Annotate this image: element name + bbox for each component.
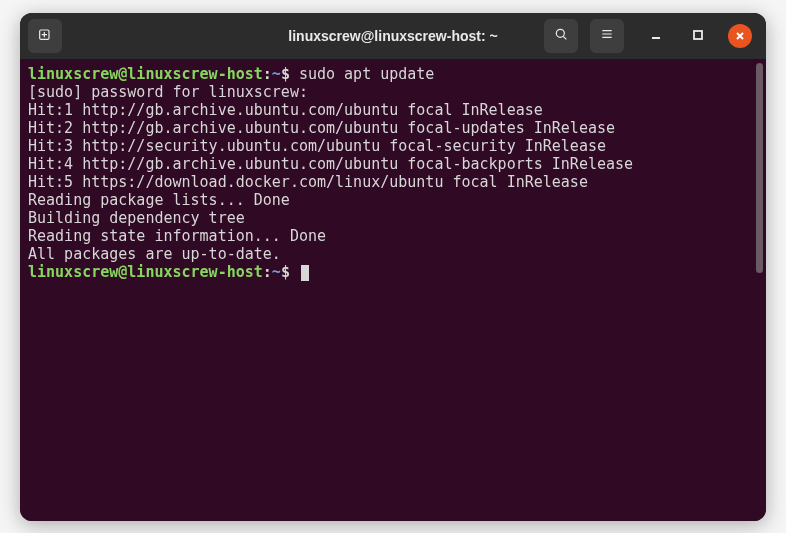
titlebar-left (28, 19, 62, 53)
output-line: Hit:1 http://gb.archive.ubuntu.com/ubunt… (28, 101, 758, 119)
cursor (301, 265, 309, 281)
prompt-user: linuxscrew@linuxscrew-host (28, 65, 263, 83)
titlebar: linuxscrew@linuxscrew-host: ~ (20, 13, 766, 59)
minimize-button[interactable] (644, 24, 668, 48)
command-1: sudo apt update (299, 65, 434, 83)
titlebar-right (544, 19, 758, 53)
output-line: Reading state information... Done (28, 227, 758, 245)
output-line: Hit:4 http://gb.archive.ubuntu.com/ubunt… (28, 155, 758, 173)
search-icon (553, 26, 569, 46)
output-line: Building dependency tree (28, 209, 758, 227)
prompt-line-1: linuxscrew@linuxscrew-host:~$ sudo apt u… (28, 65, 758, 83)
new-tab-icon (37, 26, 53, 46)
output-line: Hit:2 http://gb.archive.ubuntu.com/ubunt… (28, 119, 758, 137)
maximize-icon (692, 27, 704, 45)
prompt-symbol: $ (281, 65, 290, 83)
prompt-symbol: $ (281, 263, 290, 281)
svg-line-4 (563, 36, 566, 39)
prompt-path: ~ (272, 65, 281, 83)
output-line: Hit:3 http://security.ubuntu.com/ubuntu … (28, 137, 758, 155)
svg-point-3 (556, 29, 564, 37)
terminal-window: linuxscrew@linuxscrew-host: ~ (20, 13, 766, 521)
menu-button[interactable] (590, 19, 624, 53)
terminal-body[interactable]: linuxscrew@linuxscrew-host:~$ sudo apt u… (20, 59, 766, 521)
close-button[interactable] (728, 24, 752, 48)
maximize-button[interactable] (686, 24, 710, 48)
window-title: linuxscrew@linuxscrew-host: ~ (288, 28, 497, 44)
window-controls (644, 24, 752, 48)
prompt-line-2: linuxscrew@linuxscrew-host:~$ (28, 263, 758, 281)
prompt-user: linuxscrew@linuxscrew-host (28, 263, 263, 281)
new-tab-button[interactable] (28, 19, 62, 53)
prompt-sep: : (263, 65, 272, 83)
output-line: Hit:5 https://download.docker.com/linux/… (28, 173, 758, 191)
svg-rect-9 (694, 31, 702, 39)
prompt-sep: : (263, 263, 272, 281)
output-line: All packages are up-to-date. (28, 245, 758, 263)
output-line: Reading package lists... Done (28, 191, 758, 209)
scrollbar[interactable] (756, 63, 763, 273)
command-text (290, 65, 299, 83)
minimize-icon (650, 27, 662, 45)
prompt-path: ~ (272, 263, 281, 281)
output-line: [sudo] password for linuxscrew: (28, 83, 758, 101)
hamburger-icon (599, 26, 615, 46)
close-icon (735, 27, 745, 45)
search-button[interactable] (544, 19, 578, 53)
